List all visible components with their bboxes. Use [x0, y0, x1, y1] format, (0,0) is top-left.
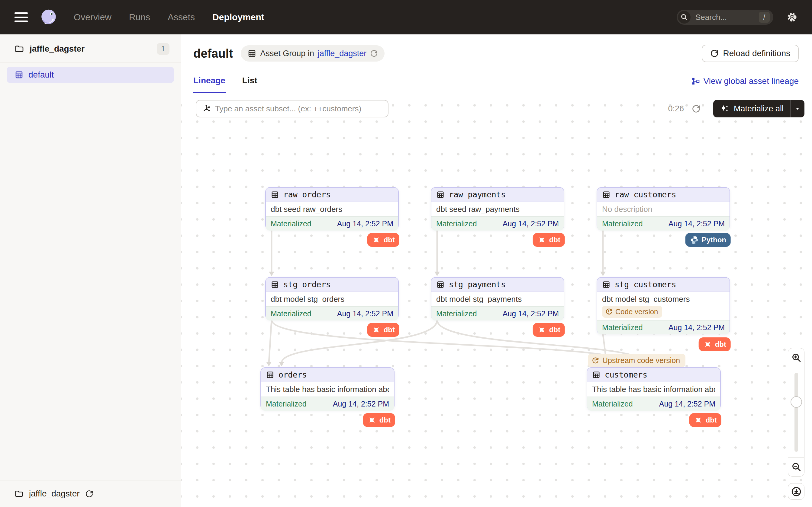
- asset-node-footer: MaterializedAug 14, 2:52 PM: [266, 306, 398, 321]
- zoom-out-button[interactable]: [788, 457, 804, 476]
- lineage-canvas[interactable]: Type an asset subset... (ex: ++customers…: [181, 93, 812, 507]
- asset-name: customers: [605, 370, 647, 379]
- materialized-timestamp: Aug 14, 2:52 PM: [503, 309, 559, 318]
- asset-node-header: stg_customers: [597, 278, 729, 292]
- dbt-badge-orders[interactable]: dbt: [363, 413, 395, 427]
- group-label: default: [29, 70, 54, 80]
- asset-node-footer: MaterializedAug 14, 2:52 PM: [587, 397, 720, 411]
- sidebar-footer: jaffle_dagster: [0, 480, 181, 507]
- python-badge-raw_customers[interactable]: Python: [686, 233, 731, 247]
- asset-node-body: This table has basic information about .…: [587, 382, 720, 397]
- page-header: default Asset Group in jaffle_dagster Re…: [181, 35, 812, 67]
- asset-description: No description: [602, 205, 725, 214]
- asset-group-badge-text: Asset Group in: [260, 49, 314, 58]
- zoom-out-icon: [791, 462, 801, 472]
- materialized-status: Materialized: [436, 219, 477, 228]
- refresh-icon[interactable]: [370, 50, 378, 57]
- footer-location-label: jaffle_dagster: [29, 489, 80, 499]
- nav-item-overview[interactable]: Overview: [74, 12, 111, 22]
- asset-name: stg_orders: [283, 280, 331, 289]
- materialized-timestamp: Aug 14, 2:52 PM: [668, 219, 725, 228]
- asset-description: This table has basic information about .…: [266, 385, 389, 394]
- asset-node-body: No description: [597, 202, 729, 216]
- asset-node-header: orders: [261, 368, 394, 382]
- asset-name: stg_customers: [615, 280, 676, 289]
- zoom-slider[interactable]: [788, 367, 804, 457]
- asset-node-footer: MaterializedAug 14, 2:52 PM: [266, 216, 398, 231]
- asset-node-stg_orders[interactable]: stg_ordersdbt model stg_ordersMaterializ…: [265, 277, 399, 320]
- zoom-in-icon: [791, 352, 801, 363]
- dbt-logo-icon: [368, 415, 377, 425]
- nav-item-runs[interactable]: Runs: [129, 12, 150, 22]
- sidebar: jaffle_dagster 1 default jaffle_dagster: [0, 35, 181, 507]
- dbt-badge-stg_orders[interactable]: dbt: [367, 323, 399, 337]
- code-location-label: jaffle_dagster: [30, 44, 151, 54]
- asset-node-customers[interactable]: customersThis table has basic informatio…: [587, 367, 721, 410]
- view-global-asset-lineage-link[interactable]: View global asset lineage: [692, 76, 799, 93]
- materialized-timestamp: Aug 14, 2:52 PM: [337, 309, 393, 318]
- asset-node-body: dbt seed raw_payments: [432, 202, 564, 216]
- dbt-badge-raw_payments[interactable]: dbt: [533, 233, 565, 247]
- dbt-logo-icon: [694, 415, 703, 425]
- dbt-badge-raw_orders[interactable]: dbt: [367, 233, 399, 247]
- asset-description: This table has basic information about .…: [592, 385, 715, 394]
- dbt-logo-icon: [538, 235, 547, 244]
- refresh-icon[interactable]: [85, 490, 93, 498]
- nav-item-deployment[interactable]: Deployment: [212, 12, 264, 22]
- dbt-logo-icon: [372, 325, 381, 334]
- sidebar-item-code-location[interactable]: jaffle_dagster 1: [0, 35, 181, 62]
- code-location-link[interactable]: jaffle_dagster: [318, 49, 367, 58]
- search-input[interactable]: Search... /: [677, 10, 773, 25]
- sidebar-item-default-group[interactable]: default: [7, 67, 174, 83]
- materialized-timestamp: Aug 14, 2:52 PM: [668, 323, 725, 332]
- table-icon: [592, 371, 601, 379]
- materialized-status: Materialized: [271, 219, 311, 228]
- asset-node-raw_customers[interactable]: raw_customersNo descriptionMaterializedA…: [597, 187, 730, 230]
- page-title: default: [193, 47, 233, 60]
- settings-gear-icon[interactable]: [786, 12, 798, 23]
- asset-node-raw_payments[interactable]: raw_paymentsdbt seed raw_paymentsMateria…: [431, 187, 564, 230]
- asset-node-body: dbt model stg_orders: [266, 292, 398, 306]
- zoom-panel: [788, 348, 804, 476]
- table-icon: [602, 190, 611, 199]
- asset-node-header: stg_payments: [432, 278, 564, 292]
- dbt-badge-customers[interactable]: dbt: [689, 413, 721, 427]
- asset-name: raw_customers: [615, 190, 676, 199]
- asset-node-stg_payments[interactable]: stg_paymentsdbt model stg_paymentsMateri…: [431, 277, 564, 320]
- dbt-badge-stg_payments[interactable]: dbt: [533, 323, 565, 337]
- asset-node-header: stg_orders: [266, 278, 398, 292]
- asset-description: dbt seed raw_orders: [271, 205, 393, 214]
- materialized-status: Materialized: [602, 323, 643, 332]
- asset-node-raw_orders[interactable]: raw_ordersdbt seed raw_ordersMaterialize…: [265, 187, 399, 230]
- divider: [0, 62, 181, 62]
- dbt-badge-stg_customers[interactable]: dbt: [699, 337, 731, 351]
- materialized-timestamp: Aug 14, 2:52 PM: [503, 219, 559, 228]
- asset-node-body: dbt model stg_customersCode version: [597, 292, 729, 320]
- reload-definitions-button[interactable]: Reload definitions: [702, 45, 799, 62]
- refresh-icon: [710, 49, 719, 58]
- dbt-logo-icon: [372, 235, 381, 244]
- dagster-logo-icon[interactable]: [39, 8, 58, 26]
- zoom-slider-thumb[interactable]: [791, 396, 802, 408]
- asset-group-count-badge: 1: [157, 43, 169, 55]
- tab-list[interactable]: List: [242, 76, 257, 93]
- asset-description: dbt seed raw_payments: [436, 205, 559, 214]
- python-logo-icon: [690, 235, 699, 244]
- top-nav: OverviewRunsAssetsDeployment Search... /: [0, 0, 812, 35]
- lineage-graph-icon: [692, 77, 700, 86]
- asset-node-orders[interactable]: ordersThis table has basic information a…: [260, 367, 395, 410]
- asset-node-body: This table has basic information about .…: [261, 382, 394, 397]
- asset-node-body: dbt seed raw_orders: [266, 202, 398, 216]
- tab-lineage[interactable]: Lineage: [193, 76, 225, 93]
- asset-name: stg_payments: [449, 280, 506, 289]
- asset-description: dbt model stg_customers: [602, 294, 725, 304]
- asset-node-header: raw_orders: [266, 188, 398, 202]
- download-graph-button[interactable]: [788, 483, 804, 500]
- zoom-in-button[interactable]: [788, 348, 804, 367]
- asset-node-stg_customers[interactable]: stg_customersdbt model stg_customersCode…: [597, 277, 730, 334]
- table-icon: [271, 280, 279, 289]
- nav-item-assets[interactable]: Assets: [168, 12, 195, 22]
- hamburger-menu-icon[interactable]: [14, 12, 28, 22]
- code-version-tag: Code version: [602, 306, 662, 318]
- code-version-icon: [592, 357, 599, 364]
